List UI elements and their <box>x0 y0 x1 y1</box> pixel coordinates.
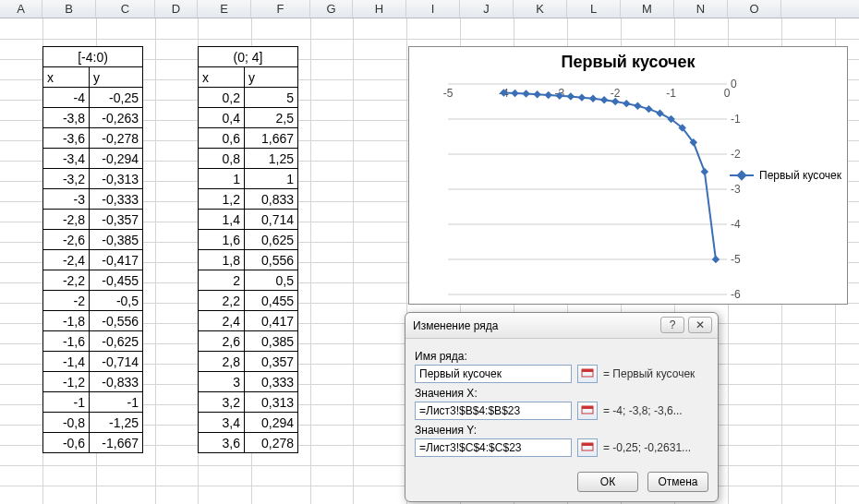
cell-x[interactable]: 0,4 <box>199 108 245 128</box>
cell-y[interactable]: 0,333 <box>245 372 298 392</box>
dialog-help-button[interactable]: ? <box>660 317 684 333</box>
cell-x[interactable]: -3,4 <box>43 149 90 169</box>
range-selector-button[interactable] <box>577 365 598 383</box>
chart[interactable]: Первый кусочек 0-1-2-3-4-5-6-5-4-3-2-10 … <box>408 46 848 305</box>
cell-y[interactable]: 1 <box>245 169 298 189</box>
column-header-O[interactable]: O <box>728 0 781 18</box>
cell-x[interactable]: -1,2 <box>43 372 90 392</box>
cell-y[interactable]: 0,294 <box>245 413 298 433</box>
cell-y[interactable]: -0,278 <box>90 128 143 149</box>
cell-x[interactable]: -1,6 <box>43 331 90 352</box>
cell-y[interactable]: -0,455 <box>90 270 143 291</box>
cell-y[interactable]: 0,417 <box>245 311 298 331</box>
cell-x[interactable]: -2 <box>43 291 90 311</box>
dialog-close-button[interactable]: ✕ <box>688 317 712 333</box>
cell-x[interactable]: 2,2 <box>199 291 245 311</box>
cell-y[interactable]: 0,5 <box>245 270 298 291</box>
cell-y[interactable]: -0,313 <box>90 169 143 189</box>
cell-x[interactable]: -0,6 <box>43 433 90 453</box>
cell-y[interactable]: -1 <box>90 392 143 413</box>
cell-x[interactable]: 3,2 <box>199 392 245 413</box>
cell-y[interactable]: -1,667 <box>90 433 143 453</box>
column-header-A[interactable]: A <box>0 0 42 18</box>
cell-y[interactable]: 0,833 <box>245 189 298 210</box>
column-header-M[interactable]: M <box>621 0 674 18</box>
cell-x[interactable]: 3 <box>199 372 245 392</box>
cell-y[interactable]: 0,278 <box>245 433 298 453</box>
cell-y[interactable]: -0,385 <box>90 230 143 250</box>
column-header-D[interactable]: D <box>155 0 198 18</box>
y-values-input[interactable] <box>415 438 572 457</box>
column-header-I[interactable]: I <box>406 0 460 18</box>
column-header-F[interactable]: F <box>251 0 310 18</box>
cell-x[interactable]: 2,4 <box>199 311 245 331</box>
cell-x[interactable]: -2,4 <box>43 250 90 270</box>
cell-y[interactable]: 0,455 <box>245 291 298 311</box>
cell-y[interactable]: 0,714 <box>245 210 298 230</box>
cell-y[interactable]: 1,25 <box>245 149 298 169</box>
column-header-E[interactable]: E <box>198 0 251 18</box>
series-name-input[interactable] <box>415 365 572 383</box>
ok-button[interactable]: ОК <box>577 472 638 492</box>
cell-y[interactable]: -0,25 <box>90 88 143 108</box>
cell-x[interactable]: -1,4 <box>43 352 90 372</box>
cell-x[interactable]: -2,8 <box>43 210 90 230</box>
column-header-G[interactable]: G <box>310 0 353 18</box>
cell-x[interactable]: 1,2 <box>199 189 245 210</box>
cell-y[interactable]: -0,5 <box>90 291 143 311</box>
cell-y[interactable]: -0,263 <box>90 108 143 128</box>
cell-x[interactable]: 1,4 <box>199 210 245 230</box>
cell-x[interactable]: 1,8 <box>199 250 245 270</box>
cell-y[interactable]: 5 <box>245 88 298 108</box>
cell-x[interactable]: -4 <box>43 88 90 108</box>
cell-x[interactable]: -1,8 <box>43 311 90 331</box>
cell-y[interactable]: -0,714 <box>90 352 143 372</box>
range-selector-button[interactable] <box>577 402 598 420</box>
cell-x[interactable]: -2,2 <box>43 270 90 291</box>
dialog-titlebar[interactable]: Изменение ряда ? ✕ <box>405 313 718 339</box>
cell-x[interactable]: 2,6 <box>199 331 245 352</box>
cell-x[interactable]: -3,2 <box>43 169 90 189</box>
cell-y[interactable]: 0,313 <box>245 392 298 413</box>
cell-x[interactable]: 2 <box>199 270 245 291</box>
cell-x[interactable]: 3,4 <box>199 413 245 433</box>
cell-y[interactable]: 1,667 <box>245 128 298 149</box>
cell-y[interactable]: 0,625 <box>245 230 298 250</box>
cell-y[interactable]: 0,357 <box>245 352 298 372</box>
cell-y[interactable]: -0,833 <box>90 372 143 392</box>
cell-x[interactable]: -1 <box>43 392 90 413</box>
x-values-input[interactable] <box>415 402 572 420</box>
cancel-button[interactable]: Отмена <box>647 472 708 492</box>
cell-y[interactable]: -0,625 <box>90 331 143 352</box>
column-header-C[interactable]: C <box>96 0 155 18</box>
cell-x[interactable]: -2,6 <box>43 230 90 250</box>
column-header-B[interactable]: B <box>42 0 96 18</box>
column-header-K[interactable]: K <box>514 0 567 18</box>
cell-x[interactable]: -0,8 <box>43 413 90 433</box>
cell-y[interactable]: -0,294 <box>90 149 143 169</box>
cell-y[interactable]: 0,556 <box>245 250 298 270</box>
cell-x[interactable]: 0,2 <box>199 88 245 108</box>
cell-x[interactable]: -3 <box>43 189 90 210</box>
cell-y[interactable]: -1,25 <box>90 413 143 433</box>
cell-y[interactable]: -0,417 <box>90 250 143 270</box>
cell-x[interactable]: 2,8 <box>199 352 245 372</box>
column-header-N[interactable]: N <box>674 0 728 18</box>
cell-y[interactable]: -0,333 <box>90 189 143 210</box>
cell-y[interactable]: 0,385 <box>245 331 298 352</box>
cell-x[interactable]: 0,8 <box>199 149 245 169</box>
cell-y[interactable]: 2,5 <box>245 108 298 128</box>
cell-x[interactable]: 3,6 <box>199 433 245 453</box>
range-selector-button[interactable] <box>577 438 598 457</box>
column-header-H[interactable]: H <box>353 0 406 18</box>
cell-x[interactable]: -3,8 <box>43 108 90 128</box>
cell-y[interactable]: -0,357 <box>90 210 143 230</box>
column-header-L[interactable]: L <box>567 0 621 18</box>
cell-x[interactable]: 1 <box>199 169 245 189</box>
cell-x[interactable]: 1,6 <box>199 230 245 250</box>
column-header-J[interactable]: J <box>460 0 514 18</box>
cell-x[interactable]: -3,6 <box>43 128 90 149</box>
cell-y[interactable]: -0,556 <box>90 311 143 331</box>
cell-x[interactable]: 0,6 <box>199 128 245 149</box>
table-row: 1,20,833 <box>199 189 298 210</box>
